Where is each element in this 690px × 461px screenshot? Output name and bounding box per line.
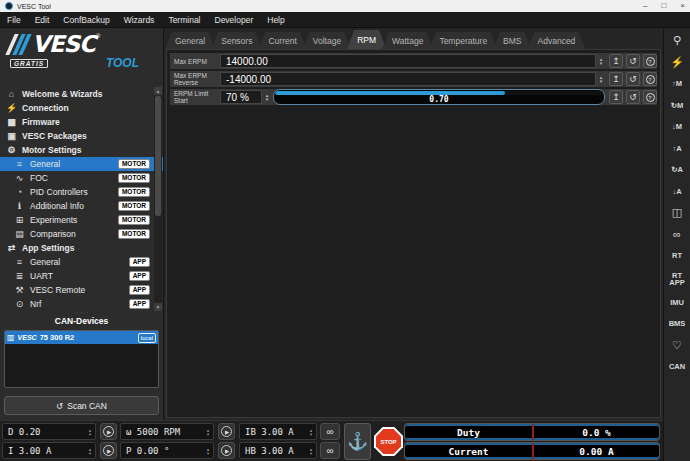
spin-arrows[interactable] xyxy=(203,447,213,455)
write-motor-config-button[interactable]: ↓M xyxy=(666,121,688,133)
sidebar-item-vesc-remote[interactable]: ⚒ VESC Remote APP xyxy=(0,283,163,297)
menu-edit[interactable]: Edit xyxy=(28,12,57,27)
handbrake-anchor-button[interactable]: ⚓ xyxy=(344,423,371,460)
sidebar-item-foc[interactable]: ∿ FOC MOTOR xyxy=(0,171,163,185)
restore-default-button[interactable]: ↺ xyxy=(626,90,640,104)
write-value-button[interactable]: ↥ xyxy=(609,54,623,68)
tab-voltage[interactable]: Voltage xyxy=(303,32,351,49)
spin-arrows[interactable] xyxy=(203,428,213,436)
reload-app-config-button[interactable]: ↻A xyxy=(666,164,688,176)
menu-developer[interactable]: Developer xyxy=(208,12,261,27)
restore-icon: ↺ xyxy=(629,56,637,66)
sidebar-item-additional-info[interactable]: ℹ Additional Info MOTOR xyxy=(0,199,163,213)
sidebar-item-motor-general[interactable]: ≡ General MOTOR xyxy=(0,157,163,171)
maximize-button[interactable]: □ xyxy=(661,2,666,10)
reload-motor-config-button[interactable]: ↻M xyxy=(666,100,688,112)
position-setpoint-field[interactable]: P 0.00 ° xyxy=(120,442,214,459)
tab-rpm[interactable]: RPM xyxy=(347,30,386,49)
write-value-button[interactable]: ↥ xyxy=(609,90,623,104)
minimize-button[interactable]: – xyxy=(643,2,647,10)
sliders-icon: ≡ xyxy=(14,257,25,267)
set-position-button[interactable]: ▶ xyxy=(218,442,235,459)
set-current-button[interactable]: ▶ xyxy=(100,442,117,459)
speed-setpoint-field[interactable]: ω 5000 RPM xyxy=(120,423,214,440)
param-row-max-erpm-reverse: Max ERPM Reverse -14000.00 ↥ ↺ ? xyxy=(170,71,657,87)
scroll-down-icon[interactable]: ▼ xyxy=(154,303,162,311)
menu-file[interactable]: File xyxy=(0,12,28,27)
menu-terminal[interactable]: Terminal xyxy=(161,12,207,27)
sidebar-item-app-settings[interactable]: ⇄ App Settings xyxy=(0,241,163,255)
tab-current[interactable]: Current xyxy=(258,32,306,49)
erpm-limit-start-slider[interactable]: 0.70 xyxy=(273,89,605,105)
tab-general[interactable]: General xyxy=(165,32,215,49)
brake-current-field[interactable]: IB 3.00 A xyxy=(239,423,317,440)
rt-app-data-button[interactable]: RT APP xyxy=(666,272,688,288)
close-button[interactable]: × xyxy=(680,2,685,10)
gamepad-icon[interactable]: ∞ xyxy=(666,229,688,241)
sidebar-item-vesc-packages[interactable]: ▣ VESC Packages xyxy=(0,129,163,143)
scroll-up-icon[interactable]: ▲ xyxy=(154,87,162,95)
tab-bms[interactable]: BMS xyxy=(493,32,531,49)
set-brake-button[interactable]: ∞ xyxy=(320,423,340,440)
duty-setpoint-field[interactable]: D 0.20 xyxy=(2,423,96,440)
spin-arrows[interactable] xyxy=(262,89,272,105)
refresh-icon: ↺ xyxy=(56,401,63,411)
can-button[interactable]: CAN xyxy=(666,361,688,373)
heart-icon[interactable]: ♡ xyxy=(666,340,688,352)
read-app-config-button[interactable]: ↑A xyxy=(666,143,688,155)
restore-default-button[interactable]: ↺ xyxy=(626,54,640,68)
sidebar-item-firmware[interactable]: ▦ Firmware xyxy=(0,115,163,129)
current-setpoint-field[interactable]: I 3.00 A xyxy=(2,442,96,459)
menu-wizards[interactable]: Wizards xyxy=(117,12,162,27)
can-device-row[interactable]: ▥ VESC 75 300 R2 local xyxy=(5,331,158,344)
help-button[interactable]: ? xyxy=(643,90,657,104)
sidebar-item-comparison[interactable]: ▤ Comparison MOTOR xyxy=(0,227,163,241)
set-duty-button[interactable]: ▶ xyxy=(100,423,117,440)
imu-data-button[interactable]: IMU xyxy=(666,297,688,309)
write-app-config-button[interactable]: ↓A xyxy=(666,186,688,198)
sidebar-item-experiments[interactable]: ⊞ Experiments MOTOR xyxy=(0,213,163,227)
help-button[interactable]: ? xyxy=(643,72,657,86)
connect-icon[interactable]: ⚲ xyxy=(666,35,688,47)
max-erpm-reverse-field[interactable]: -14000.00 xyxy=(220,72,596,86)
tab-sensors[interactable]: Sensors xyxy=(211,32,262,49)
spin-arrows[interactable] xyxy=(596,53,606,69)
set-speed-button[interactable]: ▶ xyxy=(218,423,235,440)
device-name: 75 300 R2 xyxy=(40,333,75,342)
parallel-mode-icon[interactable]: ◫ xyxy=(666,207,688,219)
scan-can-button[interactable]: ↺ Scan CAN xyxy=(4,396,159,415)
sidebar-item-app-general[interactable]: ≡ General APP xyxy=(0,255,163,269)
disconnect-icon[interactable]: ⚡ xyxy=(666,57,688,69)
spin-arrows[interactable] xyxy=(306,447,316,455)
waveform-icon: ∿ xyxy=(14,173,25,183)
write-value-button[interactable]: ↥ xyxy=(609,72,623,86)
restore-default-button[interactable]: ↺ xyxy=(626,72,640,86)
sidebar-item-welcome-wizards[interactable]: ⌂ Welcome & Wizards xyxy=(0,87,163,101)
spin-arrows[interactable] xyxy=(85,428,95,436)
max-erpm-field[interactable]: 14000.00 xyxy=(220,54,596,68)
erpm-limit-start-field[interactable]: 70 % xyxy=(220,90,262,104)
set-handbrake-button[interactable]: ∞ xyxy=(320,442,340,459)
sidebar-item-uart[interactable]: ≣ UART APP xyxy=(0,269,163,283)
handbrake-current-field[interactable]: HB 3.00 A xyxy=(239,442,317,459)
rt-data-button[interactable]: RT xyxy=(666,250,688,262)
read-motor-config-button[interactable]: ↑M xyxy=(666,78,688,90)
spin-arrows[interactable] xyxy=(306,428,316,436)
sidebar-item-pid-controllers[interactable]: ◔ PID Controllers MOTOR xyxy=(0,185,163,199)
sidebar-scrollbar[interactable]: ▲ ▼ xyxy=(154,87,162,311)
menu-confbackup[interactable]: ConfBackup xyxy=(56,12,116,27)
stop-button[interactable]: STOP xyxy=(374,427,403,456)
tab-temperature[interactable]: Temperature xyxy=(429,32,497,49)
tab-advanced[interactable]: Advanced xyxy=(528,32,586,49)
bms-data-button[interactable]: BMS xyxy=(666,318,688,330)
spin-arrows[interactable] xyxy=(85,447,95,455)
sidebar-item-nrf[interactable]: ⊙ Nrf APP xyxy=(0,297,163,311)
sidebar-item-motor-settings[interactable]: ⚙ Motor Settings xyxy=(0,143,163,157)
spin-arrows[interactable] xyxy=(596,71,606,87)
sidebar-item-connection[interactable]: ⚡ Connection xyxy=(0,101,163,115)
duty-display: Duty 0.0 % xyxy=(404,423,660,441)
menu-help[interactable]: Help xyxy=(260,12,291,27)
scrollbar-thumb[interactable] xyxy=(155,96,161,216)
tab-wattage[interactable]: Wattage xyxy=(382,32,433,49)
help-button[interactable]: ? xyxy=(643,54,657,68)
